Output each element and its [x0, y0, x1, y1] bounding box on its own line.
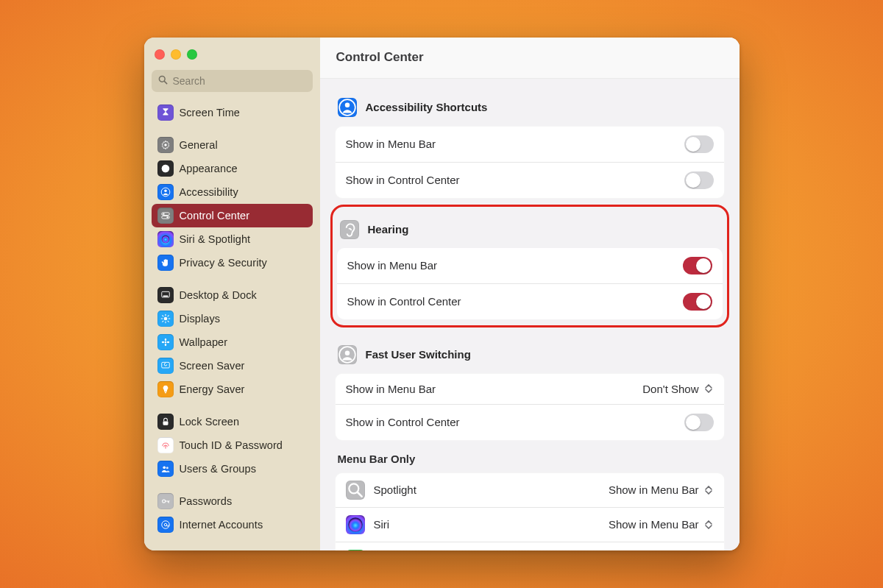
menubar-row-siri: Siri Show in Menu Bar [336, 507, 724, 542]
sidebar-item-passwords[interactable]: Passwords [152, 489, 313, 513]
settings-card: Show in Menu Bar Show in Control Center [335, 126, 725, 199]
sidebar-item-label: Wallpaper [180, 336, 228, 348]
sidebar-item-wallpaper[interactable]: Wallpaper [152, 330, 313, 354]
sidebar-item-label: Appearance [180, 163, 238, 174]
menubar-row-time-machine: Time Machine Don't show in Menu Bar [336, 542, 724, 550]
toggle-switch[interactable] [684, 171, 714, 189]
toggle-switch[interactable] [684, 135, 714, 153]
screensaver-icon [157, 358, 174, 374]
setting-row: Show in Menu Bar Don't Show [336, 374, 724, 404]
person-icon [338, 98, 357, 117]
content-area: Control Center Accessibility Shortcuts S… [320, 38, 740, 550]
flower-icon [157, 334, 174, 350]
sidebar-item-desktop-dock[interactable]: Desktop & Dock [152, 283, 313, 307]
section-title: Hearing [368, 223, 409, 235]
window-controls [144, 46, 320, 70]
settings-card: Show in Menu Bar Don't Show Show in Cont… [335, 373, 725, 441]
chevron-updown-icon [703, 519, 714, 531]
sidebar-item-label: Desktop & Dock [180, 289, 257, 301]
settings-card: Show in Menu Bar Show in Control Center [337, 248, 723, 319]
sidebar-item-internet-accounts[interactable]: Internet Accounts [152, 513, 313, 536]
page-title: Control Center [336, 50, 424, 65]
sidebar-item-touch-id[interactable]: Touch ID & Password [152, 433, 313, 457]
clock-arrow-icon [346, 550, 365, 550]
sidebar-item-general[interactable]: General [152, 133, 313, 157]
sidebar-item-label: Siri & Spotlight [180, 233, 251, 245]
sidebar-item-privacy-security[interactable]: Privacy & Security [152, 251, 313, 274]
sidebar-item-label: Passwords [180, 495, 233, 507]
sidebar-item-energy-saver[interactable]: Energy Saver [152, 378, 313, 401]
ear-icon [340, 220, 359, 239]
section-fast-user-switching: Fast User Switching Show in Menu Bar Don… [335, 336, 725, 441]
sidebar-item-label: Internet Accounts [180, 519, 263, 531]
setting-row-label: Show in Control Center [346, 174, 460, 186]
key-icon [157, 493, 174, 509]
sidebar-item-displays[interactable]: Displays [152, 307, 313, 330]
dropdown[interactable]: Don't Show [642, 383, 713, 395]
setting-row: Show in Control Center [336, 162, 724, 198]
settings-window: Screen Time General Appearance Accessibi… [144, 38, 740, 550]
close-button[interactable] [155, 49, 165, 60]
sidebar-item-label: Accessibility [180, 186, 238, 198]
search-icon [157, 74, 169, 88]
users-icon [157, 461, 174, 477]
sidebar-item-accessibility[interactable]: Accessibility [152, 180, 313, 204]
dropdown-value: Show in Menu Bar [609, 518, 699, 531]
svg-point-0 [159, 76, 165, 82]
sidebar-item-screen-saver[interactable]: Screen Saver [152, 354, 313, 378]
setting-row-label: Show in Menu Bar [346, 383, 436, 395]
sidebar-item-control-center[interactable]: Control Center [152, 204, 313, 227]
section-title: Accessibility Shortcuts [366, 101, 488, 113]
sidebar: Screen Time General Appearance Accessibi… [144, 38, 320, 550]
siri-icon [157, 231, 174, 247]
menu-bar-only-section: Menu Bar Only Spotlight Show in Menu Bar… [335, 441, 725, 550]
sidebar-item-label: Touch ID & Password [180, 439, 283, 451]
sidebar-item-label: Energy Saver [180, 383, 245, 395]
menu-bar-only-title: Menu Bar Only [335, 441, 725, 472]
setting-row: Show in Menu Bar [337, 248, 723, 283]
sidebar-item-label: Control Center [180, 210, 250, 222]
menubar-row-label: Siri [374, 518, 390, 531]
toggle-switch[interactable] [684, 414, 714, 431]
sidebar-item-label: Privacy & Security [180, 257, 267, 269]
toggle-switch[interactable] [683, 257, 712, 274]
sidebar-item-label: Users & Groups [180, 463, 257, 475]
dropdown[interactable]: Show in Menu Bar [609, 518, 714, 531]
hourglass-icon [157, 105, 174, 121]
setting-row-label: Show in Control Center [347, 295, 461, 308]
section-title: Fast User Switching [366, 348, 471, 361]
sidebar-item-appearance[interactable]: Appearance [152, 157, 313, 180]
section-header: Fast User Switching [335, 336, 725, 373]
dock-icon [157, 287, 174, 303]
sidebar-item-label: General [180, 139, 218, 151]
magnify-icon [346, 481, 365, 500]
sidebar-item-lock-screen[interactable]: Lock Screen [152, 410, 313, 433]
toggle-switch[interactable] [683, 293, 712, 311]
sidebar-item-label: Lock Screen [180, 416, 240, 428]
search-field[interactable] [152, 70, 313, 92]
chevron-updown-icon [703, 383, 714, 394]
section-accessibility-shortcuts: Accessibility Shortcuts Show in Menu Bar… [335, 89, 725, 199]
titlebar: Control Center [320, 38, 740, 79]
setting-row: Show in Menu Bar [336, 127, 724, 162]
menubar-card: Spotlight Show in Menu Bar Siri Show in … [335, 472, 725, 550]
search-input[interactable] [169, 74, 307, 88]
dropdown-value: Show in Menu Bar [609, 483, 699, 496]
dropdown-value: Don't Show [642, 383, 698, 395]
sidebar-item-users-groups[interactable]: Users & Groups [152, 457, 313, 481]
sidebar-item-siri-spotlight[interactable]: Siri & Spotlight [152, 227, 313, 251]
fullscreen-button[interactable] [187, 49, 197, 60]
menubar-row-spotlight: Spotlight Show in Menu Bar [336, 473, 724, 507]
minimize-button[interactable] [171, 49, 181, 60]
at-icon [157, 517, 174, 533]
sidebar-item-screen-time[interactable]: Screen Time [152, 101, 313, 124]
siri-icon [346, 515, 365, 534]
appearance-icon [157, 160, 174, 177]
setting-row-label: Show in Control Center [346, 416, 460, 428]
sidebar-item-label: Displays [180, 313, 221, 325]
sidebar-list: Screen Time General Appearance Accessibi… [144, 98, 320, 544]
setting-row-label: Show in Menu Bar [346, 138, 436, 150]
section-header: Accessibility Shortcuts [335, 89, 725, 126]
dropdown[interactable]: Show in Menu Bar [609, 483, 714, 496]
chevron-updown-icon [703, 484, 714, 496]
